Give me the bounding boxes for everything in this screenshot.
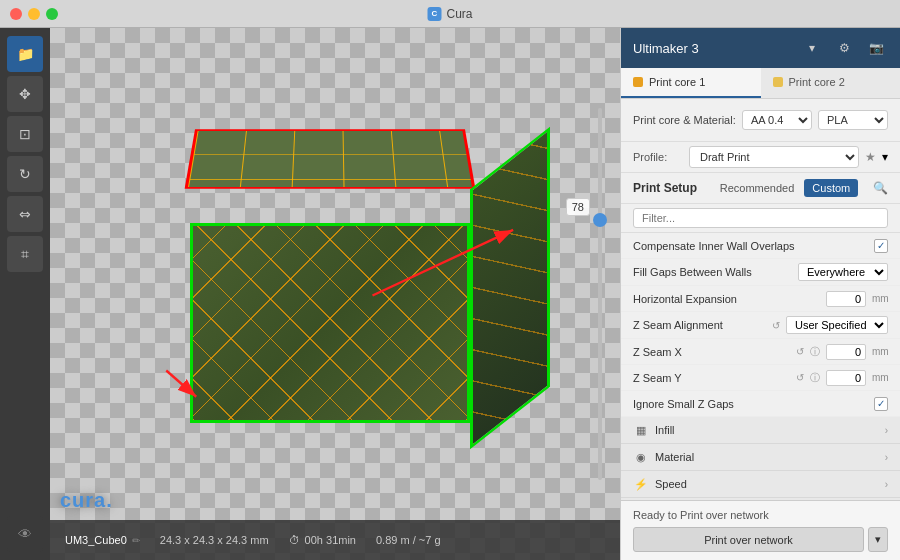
material-label: Print core & Material:	[633, 114, 736, 126]
printer-dropdown-button[interactable]: ▾	[800, 36, 824, 60]
maximize-button[interactable]	[46, 8, 58, 20]
speed-section[interactable]: ⚡ Speed ›	[621, 471, 900, 498]
setting-horizontal-expansion: Horizontal Expansion mm	[621, 286, 900, 312]
print-cores-tabs: Print core 1 Print core 2	[621, 68, 900, 99]
horizontal-expansion-label: Horizontal Expansion	[633, 293, 820, 305]
main-layout: 📁 ✥ ⊡ ↻ ⇔ ⌗ 👁	[0, 28, 900, 560]
cura-logo: cura.	[60, 489, 113, 512]
infill-icon: ▦	[633, 422, 649, 438]
support-tool-button[interactable]: ⌗	[7, 236, 43, 272]
right-panel: Ultimaker 3 ▾ ⚙ 📷 Print core 1 Print cor…	[620, 28, 900, 560]
left-toolbar: 📁 ✥ ⊡ ↻ ⇔ ⌗ 👁	[0, 28, 50, 560]
z-seam-alignment-label: Z Seam Alignment	[633, 319, 766, 331]
material-section: Print core & Material: AA 0.4 PLA	[621, 99, 900, 142]
printer-name: Ultimaker 3	[633, 41, 699, 56]
dimensions-text: 24.3 x 24.3 x 24.3 mm	[160, 534, 269, 546]
profile-select[interactable]: Draft Print	[689, 146, 859, 168]
slider-value-label: 78	[566, 198, 590, 216]
filter-input[interactable]	[633, 208, 888, 228]
profile-star-icon[interactable]: ★	[865, 150, 876, 164]
monitor-button[interactable]: 📷	[864, 36, 888, 60]
core-2-label: Print core 2	[789, 76, 845, 88]
print-over-network-button[interactable]: Print over network	[633, 527, 864, 552]
titlebar: C Cura	[0, 0, 900, 28]
setting-compensate-inner-wall: Compensate Inner Wall Overlaps ✓	[621, 233, 900, 259]
material-usage-item: 0.89 m / ~7 g	[376, 534, 441, 546]
horizontal-expansion-input[interactable]	[826, 291, 866, 307]
print-dropdown-button[interactable]: ▾	[868, 527, 888, 552]
open-folder-button[interactable]: 📁	[7, 36, 43, 72]
setting-fill-gaps-label: Fill Gaps Between Walls	[633, 266, 792, 278]
infill-section[interactable]: ▦ Infill ›	[621, 417, 900, 444]
minimize-button[interactable]	[28, 8, 40, 20]
z-seam-y-unit: mm	[872, 372, 888, 383]
core-1-label: Print core 1	[649, 76, 705, 88]
printer-settings-button[interactable]: ⚙	[832, 36, 856, 60]
setting-z-seam-x: Z Seam X ↺ ⓘ mm	[621, 339, 900, 365]
z-seam-x-input[interactable]	[826, 344, 866, 360]
printer-header: Ultimaker 3 ▾ ⚙ 📷	[621, 28, 900, 68]
z-seam-alignment-select[interactable]: User Specified	[786, 316, 888, 334]
print-button-row: Print over network ▾	[633, 527, 888, 552]
horizontal-expansion-unit: mm	[872, 293, 888, 304]
layer-slider[interactable]	[590, 108, 610, 480]
z-seam-x-reset-icon[interactable]: ↺	[796, 346, 804, 357]
filter-row	[621, 204, 900, 233]
infill-label: Infill	[655, 424, 885, 436]
edit-model-icon[interactable]: ✏	[132, 535, 140, 546]
speed-label: Speed	[655, 478, 885, 490]
cube-top-face	[185, 129, 476, 188]
material-section-label: Material	[655, 451, 885, 463]
print-core-2-tab[interactable]: Print core 2	[761, 68, 901, 98]
3d-viewport[interactable]	[110, 68, 560, 448]
dimensions-item: 24.3 x 24.3 x 24.3 mm	[160, 534, 269, 546]
close-button[interactable]	[10, 8, 22, 20]
ignore-small-z-gaps-checkbox[interactable]: ✓	[874, 397, 888, 411]
material-section-header[interactable]: ◉ Material ›	[621, 444, 900, 471]
setting-z-seam-y: Z Seam Y ↺ ⓘ mm	[621, 365, 900, 391]
custom-tab[interactable]: Custom	[804, 179, 858, 197]
app-icon: C	[427, 7, 441, 21]
speed-chevron-icon: ›	[885, 479, 888, 490]
window-title: C Cura	[427, 7, 472, 21]
header-actions: ▾ ⚙ 📷	[800, 36, 888, 60]
model-name: UM3_Cube0	[65, 534, 127, 546]
compensate-checkbox[interactable]: ✓	[874, 239, 888, 253]
print-time-item: ⏱ 00h 31min	[289, 534, 356, 546]
fill-gaps-select[interactable]: Everywhere	[798, 263, 888, 281]
material-text: 0.89 m / ~7 g	[376, 534, 441, 546]
z-seam-alignment-reset-icon[interactable]: ↺	[772, 320, 780, 331]
z-seam-x-unit: mm	[872, 346, 888, 357]
speed-icon: ⚡	[633, 476, 649, 492]
view-mode-button[interactable]: 👁	[7, 516, 43, 552]
time-icon: ⏱	[289, 534, 300, 546]
rotate-tool-button[interactable]: ↻	[7, 156, 43, 192]
z-seam-y-reset-icon[interactable]: ↺	[796, 372, 804, 383]
scale-tool-button[interactable]: ⊡	[7, 116, 43, 152]
ready-text: Ready to Print over network	[633, 509, 888, 521]
panel-bottom: Ready to Print over network Print over n…	[621, 500, 900, 560]
mirror-tool-button[interactable]: ⇔	[7, 196, 43, 232]
status-bar: UM3_Cube0 ✏ 24.3 x 24.3 x 24.3 mm ⏱ 00h …	[50, 520, 620, 560]
move-tool-button[interactable]: ✥	[7, 76, 43, 112]
settings-search-icon[interactable]: 🔍	[873, 181, 888, 195]
z-seam-y-info-icon[interactable]: ⓘ	[810, 371, 820, 385]
setting-compensate-label: Compensate Inner Wall Overlaps	[633, 240, 868, 252]
recommended-tab[interactable]: Recommended	[712, 179, 803, 197]
cube-front-face	[190, 223, 470, 423]
profile-dropdown-icon[interactable]: ▾	[882, 150, 888, 164]
slider-thumb[interactable]	[593, 213, 607, 227]
core-select[interactable]: AA 0.4	[742, 110, 812, 130]
core-2-color	[773, 77, 783, 87]
z-seam-y-input[interactable]	[826, 370, 866, 386]
slider-track	[598, 108, 602, 480]
print-core-1-tab[interactable]: Print core 1	[621, 68, 761, 98]
model-name-item: UM3_Cube0 ✏	[65, 534, 140, 546]
ignore-small-z-gaps-label: Ignore Small Z Gaps	[633, 398, 868, 410]
infill-chevron-icon: ›	[885, 425, 888, 436]
print-setup-title: Print Setup	[633, 181, 697, 195]
z-seam-x-info-icon[interactable]: ⓘ	[810, 345, 820, 359]
profile-row: Profile: Draft Print ★ ▾	[621, 142, 900, 173]
z-seam-y-label: Z Seam Y	[633, 372, 790, 384]
material-select[interactable]: PLA	[818, 110, 888, 130]
